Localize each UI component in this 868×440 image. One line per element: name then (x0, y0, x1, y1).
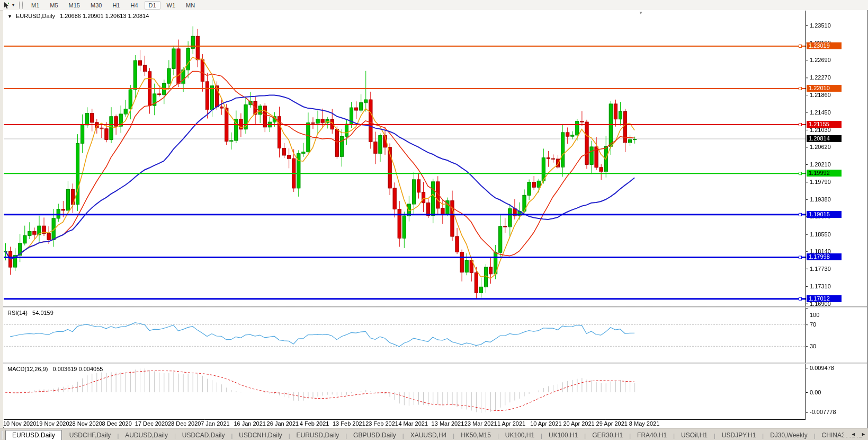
price-level-tag-1.17998: 1.17998 (807, 253, 842, 260)
price-tick-label: 1.18550 (810, 231, 831, 237)
price-tick-label: 1.20620 (810, 144, 831, 150)
tabbar-grip (1, 431, 3, 439)
timeframe-button-m15[interactable]: M15 (65, 1, 84, 10)
price-level-tag-1.19015: 1.19015 (807, 211, 842, 218)
price-level-tag-1.22010: 1.22010 (807, 85, 842, 92)
price-tick-label: 1.21450 (810, 109, 831, 116)
symbol-tab-usdjpy-h1[interactable]: USDJPY,H1 (715, 430, 762, 440)
price-tick-label: 1.19380 (810, 196, 831, 203)
price-level-tag-1.21155: 1.21155 (807, 121, 842, 128)
price-level-tag-1.19992: 1.19992 (807, 170, 842, 177)
date-axis-label: 10 Apr 2021 (530, 420, 561, 427)
macd-indicator-name: MACD(12,26,9) (7, 366, 48, 372)
date-axis-label: 29 Apr 2021 (596, 420, 628, 427)
chart-cursor-icon[interactable] (2, 1, 12, 9)
timeframe-button-m1[interactable]: M1 (27, 1, 43, 10)
macd-axis-min: -0.007778 (810, 409, 836, 415)
timeframe-button-m30[interactable]: M30 (86, 1, 106, 10)
timeframe-button-h4[interactable]: H4 (126, 1, 142, 10)
date-axis-label: 10 Nov 2020 (3, 420, 36, 427)
symbol-tab-usdcad-daily[interactable]: USDCAD,Daily (176, 430, 231, 440)
toolbar-grip (19, 2, 23, 9)
chart-title: ▼ EURUSD,Daily 1.20686 1.20901 1.20613 1… (7, 13, 149, 19)
symbol-tab-uk100-h1[interactable]: UK100,H1 (542, 430, 584, 440)
chart-shift-marker-icon[interactable]: ▼ (639, 11, 643, 15)
price-tick-label: 1.22270 (810, 74, 831, 81)
rsi-axis-label: 30 (810, 343, 816, 349)
chart-tabs: EURUSD,DailyUSDCHF,Daily|AUDUSD,Daily|US… (4, 430, 868, 440)
chart-canvas[interactable] (3, 10, 867, 420)
rsi-axis-label: 100 (810, 312, 819, 318)
timeframe-button-d1[interactable]: D1 (145, 1, 160, 10)
macd-axis-zero: 0.00 (810, 389, 821, 395)
date-axis-label: 1 Apr 2021 (497, 420, 525, 427)
symbol-tab-hk50-m15[interactable]: HK50,M15 (454, 430, 497, 440)
symbol-tab-usdcnh-daily[interactable]: USDCNH,Daily (232, 430, 288, 440)
timeframe-buttons: M1M5M15M30H1H4D1W1MN (26, 1, 200, 10)
symbol-tab-eurusd-daily[interactable]: EURUSD,Daily (290, 430, 346, 440)
symbol-tab-eurusd-daily[interactable]: EURUSD,Daily (5, 430, 62, 440)
symbol-tab-xauusd-h4[interactable]: XAUUSD,H4 (404, 430, 453, 440)
symbol-tab-audusd-daily[interactable]: AUDUSD,Daily (119, 430, 174, 440)
tab-scroll-left-icon[interactable]: ◄ (851, 432, 856, 437)
date-axis-label: 8 May 2021 (629, 420, 659, 427)
price-level-tag-1.20814: 1.20814 (807, 135, 842, 142)
symbol-tab-usoil-h1[interactable]: USOil,H1 (675, 430, 714, 440)
timeframe-button-h1[interactable]: H1 (108, 1, 124, 10)
tab-scroll-right-icon[interactable]: ► (861, 432, 866, 437)
price-tick-label: 1.17730 (810, 266, 831, 272)
rsi-indicator-name: RSI(14) (7, 310, 28, 316)
date-axis-label: 13 Mar 2021 (432, 420, 464, 427)
date-axis-label: 8 Dec 2020 (102, 420, 132, 427)
date-axis-label: 19 Nov 2020 (36, 420, 69, 427)
price-tick-label: 1.22690 (810, 57, 831, 63)
macd-pane-label: MACD(12,26,9) 0.003619 0.004055 (7, 366, 103, 372)
tab-scroll-buttons: ◄ ► (844, 432, 866, 437)
symbol-tab-uk100-h1[interactable]: UK100,H1 (499, 430, 541, 440)
pane-splitter-macd[interactable] (3, 363, 867, 364)
date-axis-label: 17 Dec 2020 (135, 420, 168, 427)
price-tick-label: 1.17310 (810, 283, 831, 289)
rsi-indicator-value: 54.0159 (32, 310, 53, 316)
cursor-dropdown-caret[interactable]: ▾ (12, 3, 14, 7)
collapse-chart-icon[interactable]: ▼ (7, 14, 12, 19)
symbol-tab-ger30-h1[interactable]: GER30,H1 (586, 430, 629, 440)
symbol-tab-usdchf-daily[interactable]: USDCHF,Daily (63, 430, 118, 440)
date-axis-label: 20 Apr 2021 (563, 420, 594, 427)
price-tick-label: 1.20210 (810, 161, 831, 168)
date-axis-label: 23 Feb 2021 (365, 420, 398, 427)
date-axis-label: 28 Dec 2020 (168, 420, 201, 427)
timeframe-button-m5[interactable]: M5 (46, 1, 62, 10)
symbol-tab-fra40-h1[interactable]: FRA40,H1 (631, 430, 673, 440)
date-axis: 10 Nov 202019 Nov 202028 Nov 20208 Dec 2… (3, 420, 806, 427)
date-axis-label: 26 Jan 2021 (267, 420, 299, 427)
symbol-tab-gbpusd-daily[interactable]: GBPUSD,Daily (347, 430, 402, 440)
timeframe-button-w1[interactable]: W1 (163, 1, 180, 10)
chart-ohlc-values: 1.20686 1.20901 1.20613 1.20814 (60, 13, 149, 19)
chart-symbol-label: EURUSD,Daily (16, 13, 55, 19)
rsi-axis-label: 70 (810, 321, 816, 328)
price-level-tag-1.17012: 1.17012 (807, 295, 842, 302)
chart-tab-bar: EURUSD,DailyUSDCHF,Daily|AUDUSD,Daily|US… (0, 428, 868, 440)
macd-axis-max: 0.009478 (810, 365, 834, 371)
price-tick-label: 1.21860 (810, 92, 831, 98)
price-level-tag-1.23019: 1.23019 (807, 42, 842, 49)
date-axis-label: 13 Feb 2021 (333, 420, 365, 427)
pane-splitter-rsi[interactable] (3, 306, 867, 307)
timeframe-button-mn[interactable]: MN (182, 1, 199, 10)
date-axis-label: 23 Mar 2021 (464, 420, 497, 427)
date-axis-label: 16 Jan 2021 (234, 420, 266, 427)
top-toolbar: ▾ M1M5M15M30H1H4D1W1MN (0, 0, 868, 11)
date-axis-label: 4 Feb 2021 (300, 420, 329, 427)
date-axis-label: 4 Mar 2021 (398, 420, 428, 427)
rsi-pane-label: RSI(14) 54.0159 (7, 310, 53, 316)
price-tick-label: 1.23510 (810, 22, 831, 29)
date-axis-label: 28 Nov 2020 (69, 420, 102, 427)
price-tick-label: 1.19790 (810, 179, 831, 185)
macd-indicator-values: 0.003619 0.004055 (53, 366, 103, 372)
date-axis-label: 7 Jan 2021 (201, 420, 229, 427)
symbol-tab-dj30-weekly[interactable]: DJ30,Weekly (764, 430, 813, 440)
